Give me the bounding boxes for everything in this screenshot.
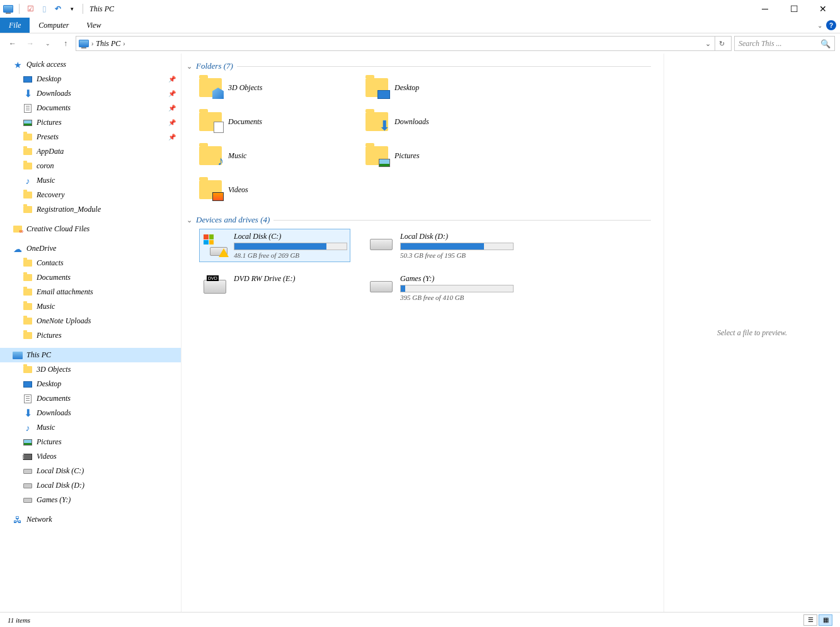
- folder-icon: [23, 273, 33, 283]
- folder-icon: [23, 147, 33, 157]
- drive-item[interactable]: Local Disk (C:)48.1 GB free of 269 GB: [199, 229, 350, 262]
- breadcrumb-this-pc[interactable]: This PC: [96, 39, 120, 49]
- search-input[interactable]: Search This ... 🔍: [734, 36, 835, 51]
- details-view-button[interactable]: ☰: [803, 614, 817, 626]
- pin-icon: 📌: [168, 105, 176, 112]
- sidebar-item[interactable]: Local Disk (D:): [0, 478, 181, 493]
- sidebar-item[interactable]: Games (Y:): [0, 493, 181, 507]
- sidebar-item[interactable]: Desktop: [0, 377, 181, 391]
- sidebar-quick-access[interactable]: ★ Quick access: [0, 57, 181, 72]
- sidebar-item[interactable]: ⬇Downloads: [0, 406, 181, 420]
- pin-icon: 📌: [168, 119, 176, 126]
- drive-item[interactable]: Local Disk (D:)50.3 GB free of 195 GB: [365, 229, 517, 262]
- sidebar-item[interactable]: 3D Objects: [0, 362, 181, 377]
- sidebar-item[interactable]: Pictures: [0, 328, 181, 343]
- folder-item[interactable]: Videos: [199, 177, 350, 202]
- drive-item[interactable]: Games (Y:)395 GB free of 410 GB: [365, 271, 517, 304]
- statusbar: 11 items ☰ ▦: [0, 612, 840, 627]
- sidebar-item-label: Documents: [37, 394, 181, 403]
- sidebar-item-label: Quick access: [26, 60, 181, 69]
- forward-button[interactable]: →: [23, 36, 38, 51]
- window-title: This PC: [89, 4, 114, 14]
- help-icon[interactable]: ?: [826, 20, 836, 30]
- undo-icon[interactable]: ↶: [52, 3, 64, 14]
- folder-item[interactable]: 3D Objects: [199, 75, 350, 100]
- maximize-button[interactable]: ☐: [780, 0, 808, 18]
- address-dropdown-icon[interactable]: ⌄: [701, 37, 715, 50]
- folder-item[interactable]: ♪Music: [199, 143, 350, 168]
- creative-cloud-icon: [13, 224, 23, 234]
- folder-icon: [365, 146, 388, 165]
- recent-dropdown-icon[interactable]: ⌄: [40, 36, 55, 51]
- close-button[interactable]: ✕: [808, 0, 837, 18]
- music-icon: ♪: [23, 423, 33, 433]
- sidebar-item[interactable]: Pictures📌: [0, 115, 181, 130]
- sidebar-item[interactable]: Recovery: [0, 188, 181, 202]
- sidebar-item-label: Creative Cloud Files: [26, 224, 181, 234]
- tab-computer[interactable]: Computer: [30, 18, 78, 33]
- navbar: ← → ⌄ ↑ › This PC › ⌄ ↻ Search This ... …: [0, 33, 840, 54]
- pc-icon: [3, 3, 14, 14]
- sidebar-creative-cloud[interactable]: Creative Cloud Files: [0, 222, 181, 236]
- sidebar-item[interactable]: Email attachments: [0, 285, 181, 299]
- sidebar-onedrive[interactable]: ☁ OneDrive: [0, 241, 181, 256]
- sidebar-item-label: Music: [37, 302, 181, 311]
- sidebar-this-pc[interactable]: This PC: [0, 348, 181, 362]
- sidebar-item[interactable]: coron: [0, 159, 181, 173]
- music-icon: ♪: [23, 176, 33, 186]
- folder-icon: ⬇: [365, 112, 388, 131]
- back-button[interactable]: ←: [5, 36, 20, 51]
- sidebar-item[interactable]: ⬇Downloads📌: [0, 86, 181, 101]
- sidebar-item-label: Email attachments: [37, 287, 181, 297]
- content: ⌄ Folders (7) 3D ObjectsDesktopDocuments…: [181, 54, 840, 612]
- up-button[interactable]: ↑: [58, 36, 73, 51]
- folder-name: Pictures: [394, 151, 420, 161]
- sidebar-item[interactable]: Music: [0, 299, 181, 314]
- drive-usage-bar: [234, 243, 347, 250]
- separator: [19, 4, 20, 14]
- folder-item[interactable]: Documents: [199, 109, 350, 134]
- sidebar-item[interactable]: Desktop📌: [0, 72, 181, 86]
- sidebar-item[interactable]: Registration_Module: [0, 202, 181, 217]
- doc-icon: [23, 394, 33, 404]
- tab-file[interactable]: File: [0, 18, 30, 33]
- group-folders[interactable]: ⌄ Folders (7): [187, 61, 651, 71]
- sidebar-item[interactable]: Documents: [0, 391, 181, 406]
- qat-dropdown-icon[interactable]: ▾: [66, 3, 78, 14]
- group-drives[interactable]: ⌄ Devices and drives (4): [187, 215, 651, 225]
- folder-icon: [23, 287, 33, 297]
- folder-icon: [199, 78, 222, 97]
- sidebar-item[interactable]: Documents: [0, 270, 181, 285]
- tab-view[interactable]: View: [78, 18, 110, 33]
- sidebar-item[interactable]: AppData: [0, 144, 181, 159]
- chevron-right-icon[interactable]: ›: [91, 40, 93, 47]
- new-folder-icon[interactable]: ▯: [38, 3, 50, 14]
- sidebar-item-label: Music: [37, 423, 181, 432]
- sidebar-item[interactable]: Documents📌: [0, 101, 181, 115]
- window-controls: ─ ☐ ✕: [751, 0, 837, 18]
- sidebar-item[interactable]: Local Disk (C:): [0, 464, 181, 478]
- tiles-view-button[interactable]: ▦: [819, 614, 832, 626]
- refresh-button[interactable]: ↻: [715, 37, 728, 50]
- sidebar-item[interactable]: OneNote Uploads: [0, 314, 181, 328]
- address-bar[interactable]: › This PC › ⌄ ↻: [76, 36, 732, 51]
- sidebar-item[interactable]: Presets📌: [0, 130, 181, 144]
- sidebar-item[interactable]: ♪Music: [0, 173, 181, 188]
- pic-icon: [23, 437, 33, 447]
- folder-icon: [23, 302, 33, 312]
- folder-item[interactable]: Pictures: [365, 143, 517, 168]
- sidebar-item[interactable]: Pictures: [0, 435, 181, 449]
- ribbon-collapse-icon[interactable]: ⌄: [817, 22, 822, 29]
- folder-item[interactable]: ⬇Downloads: [365, 109, 517, 134]
- properties-icon[interactable]: ☑: [25, 3, 36, 14]
- chevron-right-icon[interactable]: ›: [123, 40, 125, 47]
- drive-item[interactable]: DVD RW Drive (E:): [199, 271, 350, 304]
- sidebar-item[interactable]: ♪Music: [0, 420, 181, 435]
- sidebar-item-label: Pictures: [37, 118, 164, 127]
- minimize-button[interactable]: ─: [751, 0, 780, 18]
- folder-item[interactable]: Desktop: [365, 75, 517, 100]
- file-list: ⌄ Folders (7) 3D ObjectsDesktopDocuments…: [181, 54, 664, 612]
- sidebar-network[interactable]: 🖧 Network: [0, 512, 181, 527]
- sidebar-item[interactable]: Videos: [0, 449, 181, 464]
- sidebar-item[interactable]: Contacts: [0, 256, 181, 270]
